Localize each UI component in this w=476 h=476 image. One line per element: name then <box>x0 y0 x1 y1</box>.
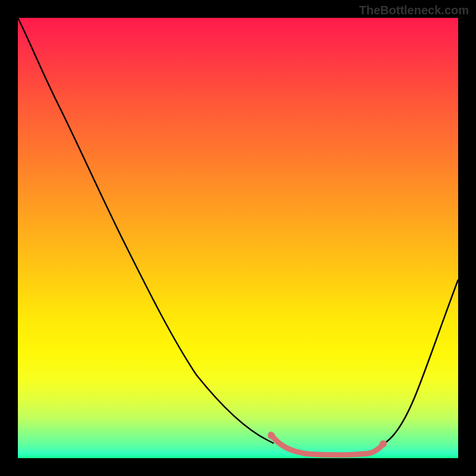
highlight-dot-left <box>268 432 275 439</box>
chart-svg <box>18 18 458 458</box>
watermark-text: TheBottleneck.com <box>359 4 469 17</box>
bottleneck-curve-right <box>381 280 458 445</box>
bottleneck-curve-left <box>18 18 274 443</box>
chart-container <box>18 18 458 458</box>
highlight-curve <box>271 434 384 455</box>
highlight-dot-right <box>380 440 387 447</box>
